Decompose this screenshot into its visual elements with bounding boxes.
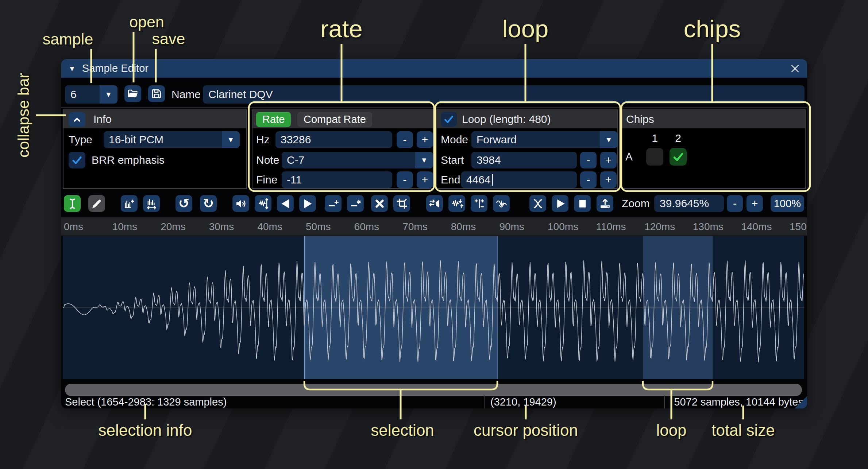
sample-number-combo[interactable]: 6 ▼ xyxy=(65,85,117,104)
zoom-in-button[interactable]: + xyxy=(747,195,763,212)
note-label: Note xyxy=(256,152,279,168)
sample-number-value: 6 xyxy=(65,88,100,101)
fade-out-button[interactable] xyxy=(299,195,316,212)
close-button[interactable] xyxy=(787,61,803,76)
upload-tray-icon xyxy=(599,198,611,210)
loop-start-plus-button[interactable]: + xyxy=(600,152,617,168)
time-ruler[interactable]: 0ms10ms20ms30ms40ms50ms60ms70ms80ms90ms1… xyxy=(61,217,807,236)
fine-minus-button[interactable]: - xyxy=(397,171,413,188)
chevron-down-icon: ▼ xyxy=(222,131,240,148)
delete-button[interactable] xyxy=(371,195,388,212)
annotation-chips: chips xyxy=(684,15,741,43)
chevron-down-icon: ▼ xyxy=(415,152,433,168)
invert-button[interactable] xyxy=(448,195,465,212)
type-value: 16-bit PCM xyxy=(104,133,222,146)
ruler-tick: 0ms xyxy=(64,221,83,233)
chip-column-1: 1 xyxy=(646,132,663,144)
loop-enable-checkbox[interactable] xyxy=(441,112,457,127)
zoom-out-button[interactable]: - xyxy=(727,195,743,212)
note-value: C-7 xyxy=(282,154,415,166)
ruler-tick: 110ms xyxy=(596,221,626,233)
zoom-reset-button[interactable]: 100% xyxy=(771,195,804,212)
annotation-selection-info: selection info xyxy=(99,421,192,439)
waveform-canvas xyxy=(63,236,804,379)
chip-a1-checkbox[interactable] xyxy=(646,148,663,166)
fine-input[interactable]: -11 xyxy=(282,171,392,188)
zoom-label: Zoom xyxy=(622,194,650,213)
tab-rate[interactable]: Rate xyxy=(256,112,291,127)
titlebar[interactable]: ▼ Sample Editor xyxy=(61,59,807,78)
note-dropdown[interactable]: C-7 ▼ xyxy=(282,152,433,168)
loop-mode-dropdown[interactable]: Forward ▼ xyxy=(471,131,618,148)
reverse-button[interactable] xyxy=(426,195,443,212)
play-button[interactable] xyxy=(552,195,568,212)
type-label: Type xyxy=(69,131,92,148)
import-button[interactable] xyxy=(597,195,613,212)
separator xyxy=(61,107,807,108)
brr-emphasis-label: BRR emphasis xyxy=(92,152,165,168)
hz-plus-button[interactable]: + xyxy=(417,131,433,148)
resize-grip[interactable] xyxy=(795,396,807,408)
status-divider xyxy=(484,395,485,408)
annotation-cursor-position: cursor position xyxy=(474,421,578,439)
brr-emphasis-checkbox[interactable] xyxy=(69,152,85,168)
rate-section: Rate Compat Rate Hz 33286 - + Note C-7 ▼… xyxy=(252,109,433,189)
type-dropdown[interactable]: 16-bit PCM ▼ xyxy=(104,131,240,148)
loop-end-plus-button[interactable]: + xyxy=(600,171,617,188)
normalize-button[interactable] xyxy=(255,195,271,212)
status-cursor-position: (3210, 19429) xyxy=(490,396,556,408)
edit-mode-select-button[interactable] xyxy=(64,195,81,212)
hz-label: Hz xyxy=(256,131,270,148)
ruler-tick: 50ms xyxy=(306,221,331,233)
hz-minus-button[interactable]: - xyxy=(397,131,413,148)
resize-button[interactable] xyxy=(121,195,138,212)
amplify-button[interactable] xyxy=(232,195,249,212)
collapse-bar-button[interactable] xyxy=(69,112,85,127)
ruler-tick: 140ms xyxy=(741,221,772,233)
info-section: Info Type 16-bit PCM ▼ BRR emphasis xyxy=(63,109,247,189)
window-collapse-icon[interactable]: ▼ xyxy=(68,64,76,73)
apply-silence-button[interactable] xyxy=(347,195,364,212)
tab-compat-rate[interactable]: Compat Rate xyxy=(297,112,372,127)
filter-wave-icon xyxy=(495,198,508,210)
annotation-collapse-bar: collapse bar xyxy=(15,73,32,158)
annotation-loop: loop xyxy=(502,15,549,43)
undo-button[interactable]: ↺ xyxy=(175,195,192,212)
ruler-tick: 40ms xyxy=(257,221,282,233)
chip-a2-checkbox[interactable] xyxy=(670,148,687,166)
ruler-tick: 100ms xyxy=(548,221,578,233)
crossfade-preview-button[interactable] xyxy=(529,195,546,212)
resample-button[interactable] xyxy=(143,195,160,212)
name-input[interactable]: Clarinet DQV xyxy=(203,85,805,104)
signed-unsigned-button[interactable] xyxy=(471,195,487,212)
open-sample-button[interactable] xyxy=(124,85,141,102)
trim-button[interactable] xyxy=(393,195,410,212)
stop-icon xyxy=(576,198,589,210)
fade-out-icon xyxy=(302,198,314,210)
fine-plus-button[interactable]: + xyxy=(417,171,433,188)
save-sample-button[interactable] xyxy=(148,85,165,102)
ruler-tick: 30ms xyxy=(209,221,234,233)
status-selection-info: Select (1654-2983: 1329 samples) xyxy=(65,396,227,408)
loop-start-minus-button[interactable]: - xyxy=(580,152,597,168)
chip-row-a-label: A xyxy=(625,148,633,166)
loop-end-input[interactable]: 4464 xyxy=(461,171,577,188)
filter-button[interactable] xyxy=(493,195,510,212)
speaker-icon xyxy=(235,198,247,210)
edit-mode-draw-button[interactable] xyxy=(88,195,105,212)
hz-value: 33286 xyxy=(281,133,311,146)
loop-end-minus-button[interactable]: - xyxy=(580,171,597,188)
redo-button[interactable]: ↻ xyxy=(200,195,217,212)
chevron-down-icon[interactable]: ▼ xyxy=(100,85,117,104)
zoom-input[interactable]: 39.9645% xyxy=(654,195,724,212)
fade-in-button[interactable] xyxy=(277,195,294,212)
waveform-view[interactable] xyxy=(63,236,804,379)
status-divider xyxy=(664,395,665,408)
chevron-down-icon: ▼ xyxy=(600,131,618,148)
stop-button[interactable] xyxy=(574,195,591,212)
insert-silence-button[interactable] xyxy=(325,195,342,212)
annotation-rate: rate xyxy=(320,15,362,43)
loop-start-input[interactable]: 3984 xyxy=(471,152,577,168)
horizontal-scrollbar[interactable] xyxy=(65,384,802,396)
hz-input[interactable]: 33286 xyxy=(275,131,392,148)
